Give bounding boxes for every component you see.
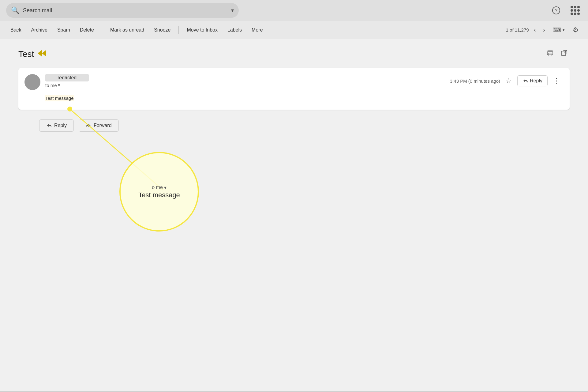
star-button[interactable]: ☆	[504, 76, 513, 86]
circle-content: o me ▾ Test message	[133, 182, 185, 202]
circle-to-me-text: o me	[152, 185, 163, 190]
reply-button-header[interactable]: Reply	[517, 75, 548, 86]
toolbar-separator-2	[178, 26, 179, 34]
search-input[interactable]: Search mail	[23, 7, 227, 14]
svg-rect-8	[561, 51, 566, 55]
toolbar-right: 1 of 11,279 ‹ › ⌨ ▾ ⚙	[506, 24, 582, 36]
grid-icon	[571, 6, 580, 15]
toolbar: Back Archive Spam Delete Mark as unread …	[0, 21, 588, 39]
email-message-card: redacted to me ▾ 3:43 PM (0 minutes ago)…	[18, 68, 570, 110]
email-subject: Test	[18, 49, 34, 59]
apps-grid-button[interactable]	[568, 4, 582, 17]
to-me[interactable]: to me ▾	[45, 82, 445, 88]
help-button[interactable]: ?	[549, 4, 563, 17]
back-button[interactable]: Back	[6, 25, 26, 35]
more-options-button[interactable]: ⋮	[552, 76, 561, 86]
email-body-text: Test message	[45, 95, 74, 101]
forward-label: Forward	[94, 123, 112, 128]
spam-button[interactable]: Spam	[53, 25, 74, 35]
search-icon: 🔍	[11, 6, 19, 14]
sender-row: redacted	[45, 74, 445, 81]
search-dropdown-icon[interactable]: ▾	[231, 7, 234, 14]
forward-button[interactable]: Forward	[79, 119, 119, 132]
top-right-icons: ?	[549, 4, 582, 17]
reply-header-label: Reply	[530, 78, 542, 84]
avatar	[24, 74, 40, 90]
print-button[interactable]	[545, 48, 556, 61]
circle-to-me-chevron: ▾	[164, 185, 167, 190]
to-me-label: to me	[45, 83, 57, 88]
email-actions: Reply Forward	[18, 119, 570, 132]
keyboard-dropdown-icon: ▾	[563, 28, 565, 32]
subject-tag	[38, 50, 47, 58]
search-bar[interactable]: 🔍 Search mail ▾	[6, 3, 239, 18]
more-button[interactable]: More	[247, 25, 267, 35]
settings-button[interactable]: ⚙	[570, 24, 582, 36]
annotation-circle: o me ▾ Test message	[119, 152, 199, 232]
svg-marker-2	[38, 50, 42, 57]
keyboard-shortcuts-button[interactable]: ⌨ ▾	[550, 24, 567, 36]
svg-point-7	[548, 53, 549, 53]
keyboard-icon: ⌨	[552, 26, 561, 34]
to-me-chevron: ▾	[58, 82, 60, 88]
circle-to-me: o me ▾	[138, 185, 180, 190]
toolbar-separator-1	[102, 26, 102, 34]
subject-actions	[545, 48, 570, 61]
email-header: redacted to me ▾ 3:43 PM (0 minutes ago)…	[24, 74, 561, 90]
sender-name: redacted	[45, 74, 89, 81]
move-to-inbox-button[interactable]: Move to Inbox	[182, 25, 222, 35]
prev-email-button[interactable]: ‹	[531, 24, 538, 35]
email-subject-row: Test	[18, 48, 570, 61]
email-time: 3:43 PM (0 minutes ago)	[450, 78, 500, 84]
email-area: Test	[0, 39, 588, 391]
email-meta: redacted to me ▾	[45, 74, 445, 88]
reply-label: Reply	[54, 123, 67, 128]
delete-button[interactable]: Delete	[76, 25, 98, 35]
archive-button[interactable]: Archive	[27, 25, 52, 35]
email-body: Test message	[24, 96, 561, 101]
page-counter: 1 of 11,279	[506, 27, 529, 32]
reply-button[interactable]: Reply	[39, 119, 74, 132]
email-right: 3:43 PM (0 minutes ago) ☆ Reply ⋮	[450, 75, 561, 86]
next-email-button[interactable]: ›	[541, 24, 548, 35]
circle-message: Test message	[138, 191, 180, 199]
new-window-button[interactable]	[559, 48, 570, 61]
svg-marker-3	[42, 50, 46, 57]
search-bar-row: 🔍 Search mail ▾ ?	[0, 0, 588, 21]
mark-as-unread-button[interactable]: Mark as unread	[106, 25, 148, 35]
svg-text:?: ?	[555, 8, 557, 13]
labels-button[interactable]: Labels	[223, 25, 246, 35]
snooze-button[interactable]: Snooze	[150, 25, 175, 35]
